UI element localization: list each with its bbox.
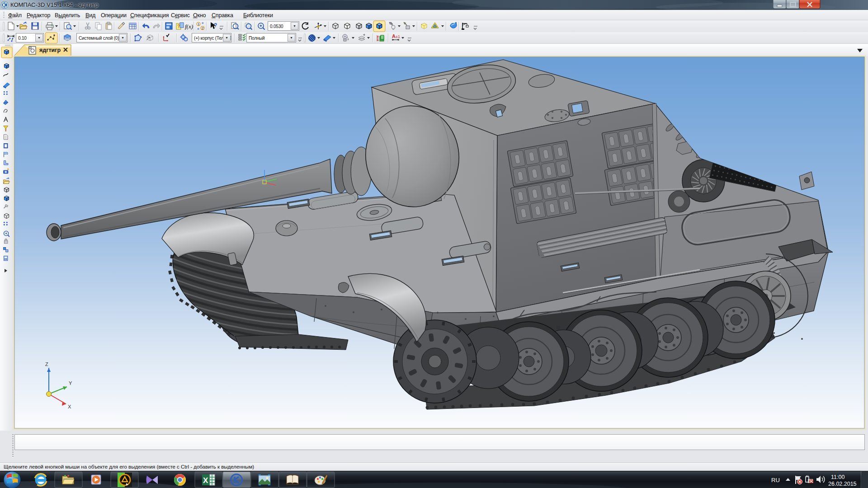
svg-text:ядгтигр: ядгтигр bbox=[39, 47, 61, 53]
svg-text:A: A bbox=[392, 33, 396, 39]
svg-text:f(x): f(x) bbox=[185, 23, 193, 30]
svg-text:±1: ±1 bbox=[396, 34, 400, 39]
svg-text:2: 2 bbox=[202, 26, 204, 30]
svg-text:X: X bbox=[203, 476, 208, 485]
svg-text:1: 1 bbox=[198, 22, 200, 26]
svg-text:Y: Y bbox=[69, 380, 72, 386]
svg-text:26.02.2015: 26.02.2015 bbox=[828, 481, 857, 487]
svg-text:Z: Z bbox=[45, 361, 48, 367]
svg-text:?: ? bbox=[177, 24, 180, 29]
svg-text:RU: RU bbox=[771, 477, 780, 483]
svg-text:X: X bbox=[68, 404, 71, 409]
svg-text:11:00: 11:00 bbox=[831, 474, 844, 480]
svg-text:?: ? bbox=[214, 22, 217, 28]
